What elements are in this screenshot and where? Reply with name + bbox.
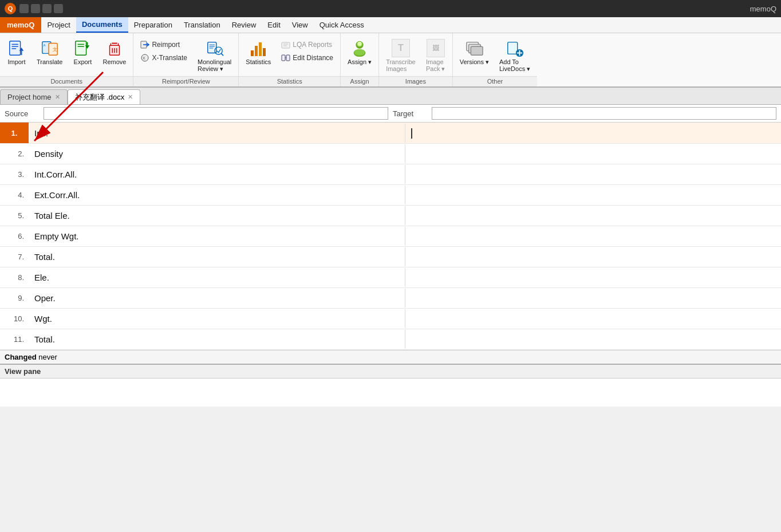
tab-doc-label: 补充翻译 .docx	[75, 92, 125, 103]
row-source-5: Total Ele.	[29, 206, 405, 225]
menu-item-preparation[interactable]: Preparation	[128, 17, 178, 33]
app-icon: Q	[5, 3, 16, 14]
row-target-11[interactable]	[405, 335, 782, 344]
ribbon-group-other: Versions ▾ Add ToLiveDocs ▾ Other	[453, 33, 538, 86]
editor-header: Source Target	[0, 105, 781, 123]
table-row[interactable]: 9. Oper.	[0, 288, 781, 309]
table-row[interactable]: 6. Empty Wgt.	[0, 226, 781, 247]
table-row[interactable]: 7. Total.	[0, 247, 781, 267]
versions-button[interactable]: Versions ▾	[455, 37, 494, 68]
translate-label: Translate	[37, 58, 62, 65]
ribbon-group-statistics-items: Statistics LQA Reports	[239, 36, 340, 76]
menu-item-translation[interactable]: Translation	[178, 17, 226, 33]
tab-project-home-close[interactable]: ✕	[55, 93, 60, 101]
ribbon-group-images-label: Images	[379, 76, 452, 86]
edit-distance-button[interactable]: Edit Distance	[278, 52, 337, 64]
lqa-reports-button[interactable]: LQA Reports	[278, 39, 337, 50]
target-search-input[interactable]	[432, 107, 776, 120]
svg-text:A: A	[43, 44, 45, 47]
svg-line-31	[221, 53, 223, 56]
table-row[interactable]: 3. Int.Corr.All.	[0, 164, 781, 185]
statistics-icon	[249, 39, 267, 57]
row-target-4[interactable]	[405, 191, 782, 200]
row-target-1[interactable]	[405, 123, 782, 143]
ribbon-group-reimport: Reimport X X-Translate	[133, 33, 239, 86]
monolingual-review-label: MonolingualReview ▾	[198, 58, 231, 73]
transcribe-images-icon: T	[392, 39, 410, 57]
monolingual-review-button[interactable]: MonolingualReview ▾	[193, 37, 236, 75]
import-button[interactable]: Import	[2, 37, 31, 68]
ribbon-wrapper: Import A 文 Translate	[0, 33, 781, 88]
row-source-7: Total.	[29, 247, 405, 266]
row-target-8[interactable]	[405, 273, 782, 282]
assign-button[interactable]: Assign ▾	[343, 37, 376, 68]
row-source-3: Int.Corr.All.	[29, 165, 405, 184]
versions-label: Versions ▾	[460, 58, 489, 66]
row-target-9[interactable]	[405, 294, 782, 303]
table-row[interactable]: 2. Density	[0, 144, 781, 164]
ribbon: Import A 文 Translate	[0, 33, 781, 88]
source-search-input[interactable]	[44, 107, 388, 120]
transcribe-images-button[interactable]: T TranscribeImages	[381, 37, 420, 74]
add-to-livedocs-button[interactable]: Add ToLiveDocs ▾	[495, 37, 535, 75]
tab-project-home[interactable]: Project home ✕	[0, 89, 68, 104]
remove-button[interactable]: Remove	[98, 37, 131, 68]
add-to-livedocs-label: Add ToLiveDocs ▾	[499, 58, 530, 73]
row-target-7[interactable]	[405, 253, 782, 262]
target-label: Target	[393, 109, 427, 118]
toolbar-icon-2	[31, 4, 40, 13]
title-bar-toolbar	[19, 4, 63, 13]
image-pack-button[interactable]: 🖼 ImagePack ▾	[421, 37, 450, 75]
row-number-9: 9.	[0, 294, 29, 302]
svg-rect-36	[286, 55, 290, 61]
row-target-3[interactable]	[405, 170, 782, 179]
edit-distance-icon	[281, 53, 290, 62]
row-number-8: 8.	[0, 273, 29, 282]
row-number-11: 11.	[0, 335, 29, 344]
row-target-10[interactable]	[405, 314, 782, 324]
ribbon-group-statistics-label: Statistics	[239, 76, 340, 86]
row-target-2[interactable]	[405, 149, 782, 159]
tab-doc-close[interactable]: ✕	[128, 93, 133, 101]
table-row[interactable]: 4. Ext.Corr.All.	[0, 185, 781, 206]
menu-item-quickaccess[interactable]: Quick Access	[314, 17, 370, 33]
ribbon-group-other-label: Other	[453, 76, 538, 86]
image-pack-label: ImagePack ▾	[426, 58, 445, 73]
menu-item-review[interactable]: Review	[226, 17, 262, 33]
table-row[interactable]: 1. Ins.	[0, 123, 781, 144]
row-number-3: 3.	[0, 170, 29, 179]
translate-button[interactable]: A 文 Translate	[32, 37, 67, 68]
ribbon-group-documents: Import A 文 Translate	[0, 33, 133, 86]
row-source-1: Ins.	[29, 124, 405, 143]
row-number-5: 5.	[0, 211, 29, 220]
ribbon-group-reimport-items: Reimport X X-Translate	[133, 36, 238, 76]
row-target-5[interactable]	[405, 211, 782, 220]
export-button[interactable]: Export	[68, 37, 97, 68]
menu-item-documents[interactable]: Documents	[76, 17, 128, 33]
main-content: Source Target 1. Ins. 2. Density 3. Int.…	[0, 105, 781, 407]
view-pane-content	[0, 378, 781, 407]
svg-text:X: X	[143, 56, 145, 60]
reimport-button[interactable]: Reimport	[137, 39, 191, 50]
statistics-button[interactable]: Statistics	[241, 37, 275, 68]
xtranslate-label: X-Translate	[152, 54, 187, 62]
tab-project-home-label: Project home	[7, 93, 52, 101]
menu-item-project[interactable]: Project	[41, 17, 76, 33]
tab-doc[interactable]: 补充翻译 .docx ✕	[68, 89, 141, 104]
menu-item-edit[interactable]: Edit	[262, 17, 286, 33]
table-row[interactable]: 11. Total.	[0, 329, 781, 350]
table-row[interactable]: 8. Ele.	[0, 267, 781, 288]
view-pane-header: View pane	[0, 364, 781, 378]
row-source-8: Ele.	[29, 268, 405, 287]
xtranslate-button[interactable]: X X-Translate	[137, 52, 191, 64]
table-row[interactable]: 5. Total Ele.	[0, 206, 781, 226]
menu-item-memoq[interactable]: memoQ	[0, 17, 41, 33]
row-number-6: 6.	[0, 232, 29, 241]
toolbar-icon-3	[42, 4, 52, 13]
row-target-6[interactable]	[405, 232, 782, 241]
menu-item-view[interactable]: View	[286, 17, 314, 33]
table-row[interactable]: 10. Wgt.	[0, 309, 781, 329]
source-label: Source	[5, 109, 39, 118]
edit-distance-label: Edit Distance	[293, 54, 333, 62]
ribbon-group-statistics: Statistics LQA Reports	[239, 33, 341, 86]
